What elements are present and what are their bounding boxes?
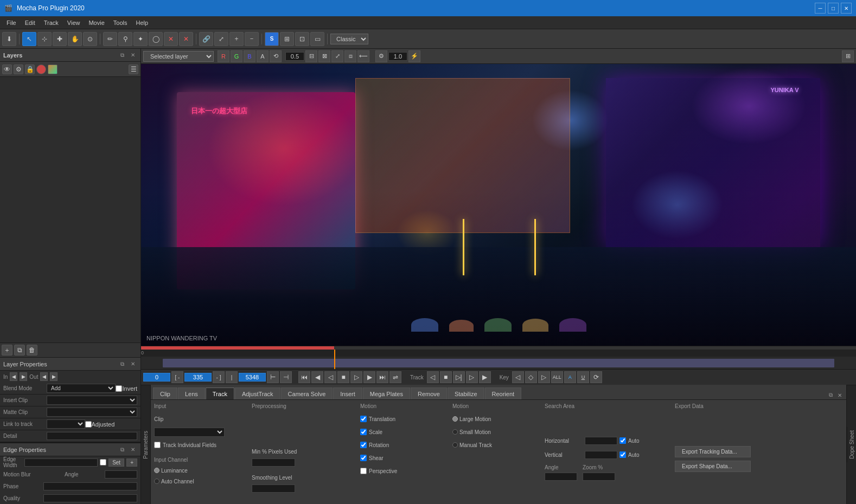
go-start-button[interactable]: ⏮ [298,371,310,383]
view-mode-dropdown[interactable]: Classic [330,34,368,44]
blend-mode-dropdown[interactable]: Add [47,384,116,393]
menu-movie[interactable]: Movie [84,18,108,27]
viewer-settings[interactable]: ⚙ [375,50,387,62]
select-tool-button[interactable]: ↖ [22,32,36,46]
viewer-green-channel[interactable]: G [231,50,242,62]
edge-props-float-button[interactable]: ⧉ [118,445,126,454]
params-close-button[interactable]: ✕ [835,391,844,399]
bezier-tool-button[interactable]: ✏ [103,32,117,46]
layers-float-button[interactable]: ⧉ [118,51,126,60]
current-frame-field[interactable] [184,373,212,382]
surface-button[interactable]: S [265,32,279,46]
transform-button[interactable]: ⊡ [295,32,309,46]
trim-button[interactable]: ⊢ [267,371,279,383]
zoom-tool-button[interactable]: ⊙ [83,32,97,46]
track-clip[interactable] [163,359,835,367]
menu-track[interactable]: Track [40,18,63,27]
angle-field[interactable] [105,470,137,479]
small-motion-radio[interactable]: Small Motion [452,429,491,435]
out-point-button[interactable]: - ] [213,371,225,383]
end-frame-field[interactable] [239,373,266,382]
add-point-button[interactable]: ✚ [53,32,67,46]
viewer-panel-button[interactable]: ⊞ [842,50,854,62]
key-fwd-button[interactable]: ▷ [538,371,550,383]
horizontal-field[interactable] [585,437,617,445]
prev-frame-button[interactable]: ◀ [311,371,323,383]
tab-adjusttrack[interactable]: AdjustTrack [235,387,280,399]
smoothing-field[interactable] [252,484,295,493]
perspective-checkbox[interactable] [360,468,367,474]
key-u-button[interactable]: U [577,371,589,383]
select2-tool-button[interactable]: ⊹ [37,32,52,46]
xspline-tool-button[interactable]: ⚲ [118,32,132,46]
grid-button[interactable]: ⊞ [280,32,294,46]
tab-remove[interactable]: Remove [411,387,447,399]
viewer-arrow[interactable]: ⟵ [357,50,369,62]
quality-field[interactable] [43,494,137,502]
menu-view[interactable]: View [63,18,85,27]
play-button[interactable]: ▶ [363,371,375,383]
menu-edit[interactable]: Edit [21,18,40,27]
track-step-button[interactable]: ▷| [453,371,465,383]
phase-field[interactable] [43,482,137,490]
delete-layer-button[interactable]: 🗑 [27,345,37,356]
set-button[interactable]: Set [108,458,124,467]
luminance-radio[interactable]: Luminance [154,468,188,474]
duplicate-layer-button[interactable]: ⧉ [14,345,25,356]
key-a-button[interactable]: A [564,371,576,383]
rotation-checkbox[interactable] [360,442,367,448]
out-step-fwd[interactable]: ▶ [50,372,58,381]
delete2-tool-button[interactable]: ✕ [179,32,193,46]
add-layer-action-button[interactable]: ＋ [2,345,12,356]
insert-clip-dropdown[interactable] [47,396,137,405]
export-tool-button[interactable]: ⬇ [2,32,16,46]
menu-file[interactable]: File [2,18,21,27]
key-back-button[interactable]: ◁ [512,371,524,383]
expand-button[interactable]: ⤢ [214,32,228,46]
zoom-value-field[interactable] [583,473,615,481]
in-step-fwd[interactable]: ▶ [20,372,27,381]
brightness-input[interactable] [388,52,407,61]
loop-button[interactable]: ⇌ [389,371,401,383]
track-back-button[interactable]: ◁ [427,371,439,383]
viewer-zoom-fit[interactable]: ⊟ [305,50,317,62]
tab-reorient[interactable]: Reorient [485,387,522,399]
tab-stabilize[interactable]: Stabilize [448,387,484,399]
manual-track-radio[interactable]: Manual Track [452,442,492,448]
layer-lock-button[interactable]: 🔒 [25,64,35,74]
link-to-track-dropdown[interactable] [47,419,85,429]
subtract-button[interactable]: － [245,32,259,46]
adjusted-checkbox[interactable] [85,421,92,428]
minimize-button[interactable]: ─ [815,3,826,14]
tab-clip[interactable]: Clip [153,387,177,399]
frame-button[interactable]: ▭ [310,32,324,46]
invert-checkbox[interactable] [116,385,122,392]
detail-field[interactable] [47,432,137,440]
track-fields-checkbox[interactable] [154,442,161,448]
key-all-button[interactable]: ALL [551,371,563,383]
stop-button[interactable]: ■ [337,371,349,383]
out-step-back[interactable]: ◀ [40,372,48,381]
layer-props-close-button[interactable]: ✕ [129,360,137,369]
selected-layer-dropdown[interactable]: Selected layer [143,51,214,62]
tab-mega-plates[interactable]: Mega Plates [363,387,410,399]
viewer-compare[interactable]: ⧈ [344,50,356,62]
start-frame-field[interactable] [143,373,170,382]
menu-help[interactable]: Help [131,18,152,27]
layer-props-float-button[interactable]: ⧉ [118,360,126,369]
in-point-button[interactable]: [ - [171,371,183,383]
shear-checkbox[interactable] [360,455,367,461]
clip-dropdown[interactable] [154,428,225,437]
circle-tool-button[interactable]: ◯ [149,32,163,46]
vertical-field[interactable] [585,451,617,459]
viewer-zoom-fill[interactable]: ⊠ [318,50,330,62]
tab-lens[interactable]: Lens [178,387,205,399]
out-mark-button[interactable]: | [226,371,238,383]
menu-tools[interactable]: Tools [109,18,132,27]
rect-tool-button[interactable]: ✦ [133,32,148,46]
export-tracking-button[interactable]: Export Tracking Data... [675,446,751,457]
layer-color-multi-button[interactable] [48,64,58,74]
tab-insert[interactable]: Insert [333,387,362,399]
layer-color-red-button[interactable] [36,64,46,74]
edge-width-field[interactable] [24,458,98,467]
